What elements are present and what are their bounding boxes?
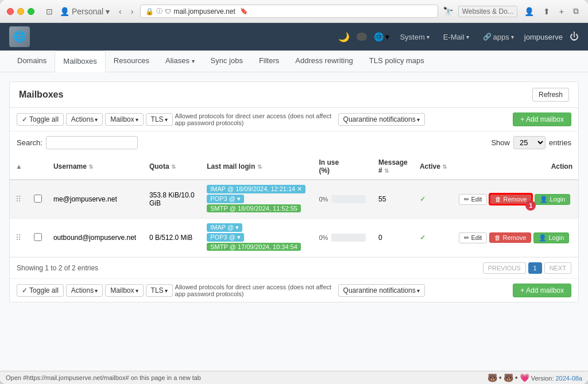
username-display: jompuserve: [524, 33, 563, 41]
remove-btn-1[interactable]: 🗑 Remove: [489, 193, 532, 205]
search-label: Search:: [17, 138, 42, 147]
mailbox-dropdown-bottom[interactable]: Mailbox ▾: [105, 284, 143, 297]
allowed-protocols-text-bottom: Allowed protocols for direct user access…: [175, 284, 336, 297]
col-action: Action: [453, 154, 578, 180]
search-area: Search:: [17, 136, 138, 149]
back-btn[interactable]: ‹: [117, 6, 124, 17]
tab-tls-policy-maps[interactable]: TLS policy maps: [361, 51, 432, 72]
page-1-btn[interactable]: 1: [528, 262, 542, 274]
protocol-pop3-2[interactable]: POP3 @ ▾: [207, 233, 307, 243]
actions-caret-bottom: ▾: [95, 288, 98, 294]
tab-address-rewriting[interactable]: Address rewriting: [287, 51, 361, 72]
search-input[interactable]: [46, 136, 138, 149]
prev-page-btn[interactable]: PREVIOUS: [483, 262, 526, 274]
showing-text: Showing 1 to 2 of 2 entries: [17, 264, 98, 272]
active-check-2: ✓: [420, 234, 425, 242]
tab-resources[interactable]: Resources: [106, 51, 157, 72]
edit-btn-1[interactable]: ✏ Edit: [459, 194, 487, 205]
profile-btn[interactable]: 👤 Personal ▾: [57, 6, 112, 17]
progress-bar-2: [331, 234, 366, 242]
mailbox-dropdown-top[interactable]: Mailbox ▾: [105, 113, 143, 126]
system-menu[interactable]: System ▾: [396, 31, 432, 43]
add-mailbox-btn-bottom[interactable]: + Add mailbox: [513, 284, 571, 297]
login-btn-1[interactable]: 👤 Login: [535, 194, 570, 205]
row-drag-2[interactable]: ⠿: [10, 219, 28, 257]
row-checkbox-cell[interactable]: [28, 180, 48, 219]
app-content: 🌐 🌙 🌐 ▾ System ▾ E-Mail ▾ 🔗 apps ▾ jompu…: [0, 23, 588, 384]
search-row: Search: Show 25 50 100 entries: [10, 131, 578, 154]
protocol-smtp-1[interactable]: SMTP @ 18/09/2024, 11:52:55: [207, 204, 307, 214]
col-sort[interactable]: ▲: [10, 154, 28, 180]
status-bar: Open #https://mail.jompuserve.net/mailbo…: [0, 371, 588, 384]
dark-mode-icon[interactable]: 🌙: [338, 32, 350, 42]
actions-dropdown-top[interactable]: Actions ▾: [66, 113, 103, 126]
mailbox-caret-bottom: ▾: [136, 288, 138, 294]
panel-title: Mailboxes: [19, 90, 63, 100]
account-btn[interactable]: 👤: [522, 6, 536, 17]
show-entries: Show 25 50 100 entries: [491, 136, 571, 149]
tls-dropdown-bottom[interactable]: TLS ▾: [146, 284, 173, 297]
tab-mailboxes[interactable]: Mailboxes: [55, 51, 106, 72]
cell-active-2: ✓: [414, 219, 453, 257]
email-menu[interactable]: E-Mail ▾: [440, 31, 473, 43]
protocol-imap-1[interactable]: IMAP @ 18/09/2024, 12:21:14 ✕: [207, 185, 307, 195]
table-footer: Showing 1 to 2 of 2 entries PREVIOUS 1 N…: [10, 257, 578, 278]
quarantine-dropdown-bottom[interactable]: Quarantine notifications ▾: [338, 284, 425, 297]
add-mailbox-btn-top[interactable]: + Add mailbox: [513, 113, 571, 126]
cell-messages-2: 0: [373, 219, 414, 257]
remove-btn-2[interactable]: 🗑 Remove: [489, 232, 531, 243]
row-checkbox-cell-2[interactable]: [28, 219, 48, 257]
maximize-button[interactable]: [28, 8, 34, 15]
actions-caret-top: ▾: [95, 117, 98, 123]
col-in-use[interactable]: In use(%): [313, 154, 373, 180]
table-row: ⠿ outbound@jompuserve.net 0 B/512.0 MiB …: [10, 219, 578, 257]
col-last-login[interactable]: Last mail login ⇅: [201, 154, 313, 180]
login-btn-2[interactable]: 👤 Login: [533, 232, 569, 243]
top-toolbar: ✓ Toggle all Actions ▾ Mailbox ▾ TLS ▾: [10, 108, 578, 131]
col-active[interactable]: Active ⇅: [414, 154, 453, 180]
cell-actions-2: ✏ Edit 🗑 Remove 👤 Login: [453, 219, 578, 257]
tab-aliases[interactable]: Aliases ▾: [157, 51, 203, 72]
entries-select[interactable]: 25 50 100: [513, 136, 546, 149]
logout-icon[interactable]: ⏻: [570, 32, 579, 42]
extensions-btn[interactable]: ⧉: [571, 5, 581, 17]
dark-mode-toggle[interactable]: [357, 33, 366, 41]
toggle-all-bottom[interactable]: ✓ Toggle all: [17, 284, 64, 297]
protocol-pop3-1[interactable]: POP3 @ ▾: [207, 195, 307, 204]
tls-caret-bottom: ▾: [165, 288, 168, 294]
col-message[interactable]: Message# ⇅: [373, 154, 414, 180]
toggle-all-top[interactable]: ✓ Toggle all: [17, 113, 64, 126]
cell-username-1: me@jompuserve.net: [48, 180, 144, 219]
protocol-smtp-2[interactable]: SMTP @ 17/09/2024, 10:34:54: [207, 243, 307, 252]
col-username[interactable]: Username ⇅: [48, 154, 144, 180]
tls-dropdown-top[interactable]: TLS ▾: [146, 113, 173, 126]
app-logo: 🌐: [9, 26, 30, 47]
share-btn[interactable]: ⬆: [541, 6, 552, 17]
panel-header: Mailboxes Refresh: [10, 82, 578, 108]
refresh-button[interactable]: Refresh: [532, 88, 569, 102]
tab-filters[interactable]: Filters: [251, 51, 287, 72]
address-bar[interactable]: 🔒 ⓘ 🛡 mail.jompuserve.net 🔖: [140, 5, 438, 18]
next-page-btn[interactable]: NEXT: [544, 262, 571, 274]
forward-btn[interactable]: ›: [129, 6, 136, 17]
col-quota[interactable]: Quota ⇅: [144, 154, 201, 180]
quarantine-dropdown-top[interactable]: Quarantine notifications ▾: [338, 113, 425, 126]
tab-domains[interactable]: Domains: [9, 51, 55, 72]
language-selector[interactable]: 🌐 ▾: [374, 32, 390, 41]
row-checkbox-2[interactable]: [34, 233, 42, 241]
edit-btn-2[interactable]: ✏ Edit: [459, 232, 487, 243]
new-tab-btn[interactable]: +: [557, 6, 566, 17]
window-toggle[interactable]: ⊡: [44, 6, 55, 17]
apps-menu[interactable]: 🔗 apps ▾: [479, 31, 517, 43]
row-checkbox-1[interactable]: [34, 195, 42, 203]
protocol-imap-2[interactable]: IMAP @ ▾: [207, 223, 307, 233]
version-link[interactable]: 2024-08a: [556, 375, 583, 382]
tls-caret-top: ▾: [165, 117, 168, 123]
close-button[interactable]: [7, 8, 14, 15]
cell-messages-1: 55: [373, 180, 414, 219]
row-drag[interactable]: ⠿: [10, 180, 28, 219]
logo-image: 🌐: [9, 26, 30, 47]
actions-dropdown-bottom[interactable]: Actions ▾: [66, 284, 103, 297]
minimize-button[interactable]: [17, 8, 24, 15]
tab-sync-jobs[interactable]: Sync jobs: [203, 51, 251, 72]
